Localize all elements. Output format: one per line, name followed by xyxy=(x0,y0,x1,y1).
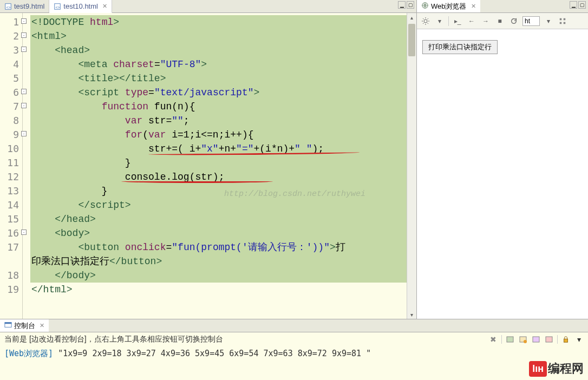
code-line[interactable]: <head> xyxy=(30,43,407,57)
code-line[interactable]: str+=( i+"x"+n+"="+(i*n)+" "); xyxy=(30,142,407,156)
svg-rect-17 xyxy=(564,339,568,342)
console-panel: 控制台 ✕ 当前是 [边改边看控制台]，点右上角工具条相应按钮可切换控制台 ✖ … xyxy=(0,319,588,380)
code-line[interactable]: </body> xyxy=(30,268,407,283)
console-output-text: "1x9=9 2x9=18 3x9=27 4x9=36 5x9=45 6x9=5… xyxy=(58,349,371,358)
svg-rect-12 xyxy=(507,337,513,342)
console-tools: ✖ ▾ xyxy=(488,335,584,344)
minimize-button[interactable]: ▁ xyxy=(570,1,577,9)
code-line[interactable]: var str=""; xyxy=(30,114,407,128)
browser-tabs: Web浏览器 ✕ ▁ ▢ xyxy=(417,0,588,13)
scroll-down-icon[interactable]: ▾ xyxy=(407,310,416,319)
tool-icon-2[interactable] xyxy=(518,335,528,344)
html-file-icon: <> xyxy=(4,3,12,10)
back-button[interactable]: ← xyxy=(466,16,477,27)
minimize-button[interactable]: ▁ xyxy=(398,1,406,9)
brand-text: 编程网 xyxy=(548,361,584,377)
console-tab[interactable]: 控制台 ✕ xyxy=(0,319,49,332)
svg-rect-15 xyxy=(533,337,539,342)
tool-icon-3[interactable] xyxy=(531,335,541,344)
browser-toolbar: ▾ ▸_ ← → ■ ▾ xyxy=(417,13,588,29)
console-output-source: [Web浏览器] xyxy=(4,349,53,358)
svg-rect-7 xyxy=(564,18,566,20)
code-line[interactable]: function fun(n){ xyxy=(30,100,407,114)
html-file-icon: <> xyxy=(54,3,61,10)
dropdown-icon[interactable]: ▾ xyxy=(574,335,584,344)
browser-panel: Web浏览器 ✕ ▁ ▢ ▾ ▸_ ← → ■ ▾ 打印乘法口诀指定行 xyxy=(417,0,588,319)
editor-tab-test10[interactable]: <> test10.html ✕ xyxy=(49,0,112,13)
code-line[interactable]: <button onclick="fun(prompt('请输入行号：'))">… xyxy=(30,240,407,254)
globe-icon xyxy=(421,2,429,11)
brand-badge: lıн xyxy=(529,361,547,377)
code-line[interactable]: <html> xyxy=(30,29,407,43)
code-line[interactable]: } xyxy=(30,156,407,170)
brand-logo: lıн 编程网 xyxy=(529,361,584,377)
dropdown-icon[interactable]: ▾ xyxy=(434,16,445,27)
line-number-gutter: 1-2-3-456-7-89-10111213141516-171819 xyxy=(0,13,23,319)
scroll-up-icon[interactable]: ▴ xyxy=(407,13,416,22)
svg-point-5 xyxy=(424,19,427,23)
code-line[interactable]: </script> xyxy=(30,198,407,212)
code-line[interactable]: 印乘法口诀指定行</button> xyxy=(30,254,407,268)
close-icon[interactable]: ✕ xyxy=(102,3,107,10)
editor-body: 1-2-3-456-7-89-10111213141516-171819 <!D… xyxy=(0,13,416,319)
code-line[interactable]: <!DOCTYPE html> xyxy=(30,15,407,29)
code-area[interactable]: <!DOCTYPE html><html> <head> <meta chars… xyxy=(30,13,407,319)
terminal-icon[interactable]: ▸_ xyxy=(452,16,463,27)
console-tab-label: 控制台 xyxy=(14,321,35,331)
tool-icon-1[interactable] xyxy=(505,335,515,344)
svg-point-14 xyxy=(524,340,527,343)
tab-label: test9.html xyxy=(14,2,44,10)
gear-icon[interactable] xyxy=(420,16,431,27)
svg-text:<>: <> xyxy=(56,5,60,9)
code-line[interactable]: <body> xyxy=(30,226,407,240)
code-line[interactable]: <meta charset="UTF-8"> xyxy=(30,57,407,71)
console-status-text: 当前是 [边改边看控制台]，点右上角工具条相应按钮可切换控制台 xyxy=(4,335,223,344)
code-line[interactable]: </head> xyxy=(30,212,407,226)
refresh-button[interactable] xyxy=(508,16,519,27)
svg-text:<>: <> xyxy=(6,5,11,9)
scroll-thumb[interactable] xyxy=(408,24,415,56)
console-icon xyxy=(4,321,12,330)
maximize-button[interactable]: ▢ xyxy=(578,1,586,9)
code-line[interactable]: } xyxy=(30,184,407,198)
svg-rect-6 xyxy=(560,18,562,20)
stop-button[interactable]: ■ xyxy=(494,16,505,27)
svg-rect-11 xyxy=(5,323,11,324)
close-icon[interactable]: ✕ xyxy=(40,322,44,329)
console-status-bar: 当前是 [边改边看控制台]，点右上角工具条相应按钮可切换控制台 ✖ ▾ xyxy=(0,332,588,346)
tool-icon-4[interactable] xyxy=(544,335,554,344)
print-multiplication-button[interactable]: 打印乘法口诀指定行 xyxy=(422,40,498,54)
code-line[interactable]: </html> xyxy=(30,283,407,297)
console-tabs: 控制台 ✕ xyxy=(0,319,588,332)
vertical-scrollbar[interactable]: ▴ ▾ xyxy=(407,13,416,319)
code-line[interactable]: console.log(str); xyxy=(30,170,407,184)
editor-panel: <> test9.html <> test10.html ✕ ▁ ▢ 1-2-3… xyxy=(0,0,417,319)
code-line[interactable]: for(var i=1;i<=n;i++){ xyxy=(30,128,407,142)
browser-content: 打印乘法口诀指定行 xyxy=(417,29,588,319)
maximize-button[interactable]: ▢ xyxy=(407,1,414,9)
forward-button[interactable]: → xyxy=(480,16,491,27)
grid-icon[interactable] xyxy=(557,16,568,27)
close-icon[interactable]: ✕ xyxy=(471,3,476,10)
console-output: [Web浏览器] "1x9=9 2x9=18 3x9=27 4x9=36 5x9… xyxy=(0,346,588,365)
browser-tab-label: Web浏览器 xyxy=(431,2,467,11)
svg-rect-9 xyxy=(564,22,566,24)
code-line[interactable]: <script type="text/javascript"> xyxy=(30,86,407,100)
dropdown-icon[interactable]: ▾ xyxy=(543,16,554,27)
tab-label: test10.html xyxy=(63,2,98,10)
url-input[interactable] xyxy=(522,16,540,26)
editor-tabs: <> test9.html <> test10.html ✕ ▁ ▢ xyxy=(0,0,416,13)
svg-rect-16 xyxy=(546,337,552,342)
clear-icon[interactable]: ✖ xyxy=(488,335,498,344)
code-line[interactable]: <title></title> xyxy=(30,71,407,86)
lock-icon[interactable] xyxy=(561,335,571,344)
browser-tab[interactable]: Web浏览器 ✕ xyxy=(417,0,480,12)
svg-rect-8 xyxy=(560,22,562,24)
editor-tab-test9[interactable]: <> test9.html xyxy=(0,0,49,12)
